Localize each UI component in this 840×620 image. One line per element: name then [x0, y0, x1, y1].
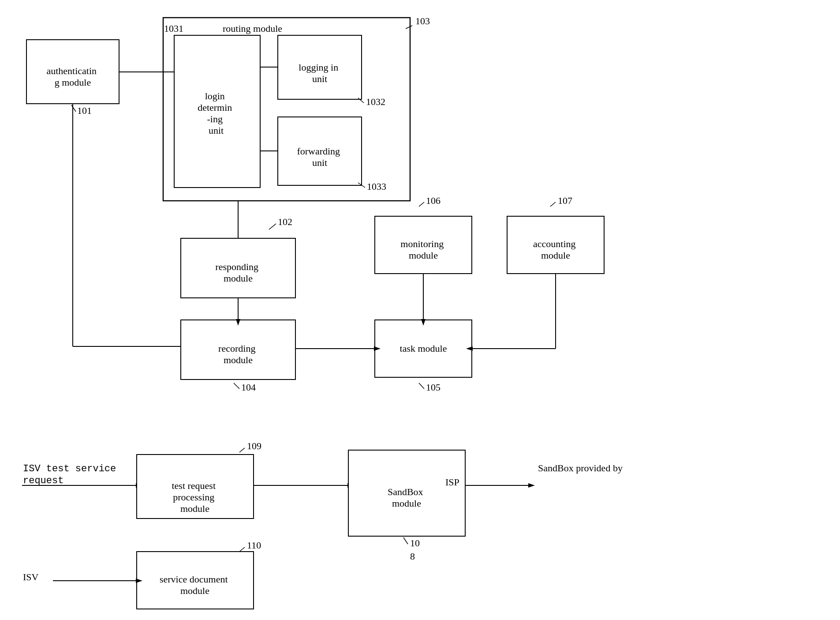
svg-text:accounting
      module: accounting module	[533, 238, 578, 261]
svg-line-18	[71, 105, 76, 112]
svg-line-39	[234, 383, 239, 389]
svg-line-35	[550, 202, 556, 207]
svg-line-14	[358, 183, 365, 188]
svg-text:responding
      module: responding module	[215, 261, 261, 284]
svg-text:login
      determin
      -in: login determin -ing unit	[198, 90, 235, 136]
svg-text:109: 109	[247, 440, 261, 451]
svg-text:task module: task module	[400, 343, 447, 354]
svg-marker-52	[466, 346, 473, 351]
svg-marker-49	[421, 319, 426, 326]
svg-rect-11	[278, 117, 362, 185]
svg-rect-7	[278, 35, 362, 99]
svg-rect-36	[181, 320, 295, 380]
svg-rect-32	[507, 216, 604, 274]
svg-marker-54	[136, 483, 142, 488]
svg-marker-74	[136, 579, 142, 583]
svg-marker-68	[528, 483, 535, 488]
svg-marker-60	[347, 483, 354, 488]
svg-line-65	[403, 537, 408, 544]
svg-line-3	[406, 26, 412, 29]
svg-line-43	[419, 383, 424, 389]
diagram-svg: routing module 103 login determin -ing u…	[0, 0, 840, 620]
svg-text:forwarding
      unit: forwarding unit	[297, 146, 342, 168]
svg-text:1032: 1032	[366, 96, 385, 107]
svg-text:monitoring
      module: monitoring module	[400, 238, 446, 261]
svg-rect-28	[375, 216, 472, 274]
svg-line-72	[239, 547, 245, 552]
svg-text:104: 104	[241, 382, 256, 393]
svg-text:test request
      processing
: test request processing module	[172, 480, 218, 514]
svg-line-31	[419, 202, 424, 207]
svg-text:SandBox
      module: SandBox module	[388, 486, 426, 509]
svg-text:8: 8	[410, 551, 415, 562]
svg-marker-23	[236, 238, 240, 245]
svg-text:110: 110	[247, 540, 261, 551]
svg-rect-61	[348, 450, 465, 536]
svg-line-58	[239, 448, 245, 452]
svg-text:routing module: routing module	[223, 23, 282, 34]
svg-rect-55	[137, 455, 254, 519]
svg-text:1031: 1031	[164, 23, 183, 34]
diagram: routing module 103 login determin -ing u…	[0, 0, 840, 620]
svg-text:ISP: ISP	[445, 477, 459, 488]
svg-line-10	[358, 98, 364, 103]
svg-text:107: 107	[558, 195, 572, 206]
svg-text:SandBox provided by: SandBox provided by	[538, 462, 623, 473]
svg-text:1033: 1033	[367, 181, 386, 192]
svg-marker-45	[236, 319, 240, 326]
svg-text:102: 102	[278, 216, 292, 227]
svg-text:ISV test service: ISV test service	[23, 463, 116, 474]
svg-text:106: 106	[426, 195, 441, 206]
svg-text:recording
      module: recording module	[218, 343, 258, 365]
svg-rect-0	[163, 18, 410, 201]
svg-rect-24	[181, 238, 295, 298]
svg-text:10: 10	[410, 537, 420, 549]
svg-rect-4	[174, 35, 260, 188]
svg-text:request: request	[23, 475, 63, 486]
svg-text:103: 103	[415, 15, 430, 26]
svg-line-27	[269, 224, 276, 229]
svg-text:logging in
      unit: logging in unit	[299, 62, 340, 84]
svg-rect-69	[137, 552, 254, 609]
svg-text:service document
      module: service document module	[160, 574, 230, 596]
svg-text:101: 101	[77, 105, 92, 116]
svg-text:authenticatin
      g module: authenticatin g module	[46, 65, 99, 88]
svg-rect-15	[26, 40, 119, 104]
svg-text:ISV: ISV	[23, 571, 39, 582]
svg-text:105: 105	[426, 382, 441, 393]
svg-marker-47	[374, 346, 381, 351]
svg-rect-40	[375, 320, 472, 377]
